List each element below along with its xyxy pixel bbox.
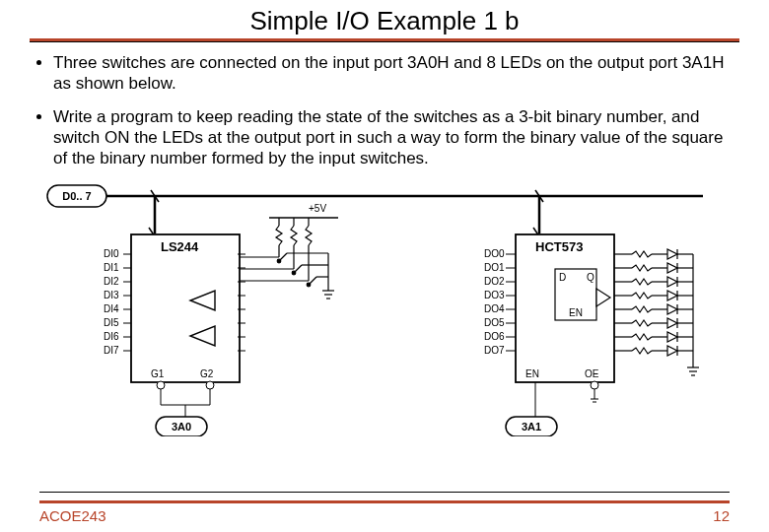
bullet-1: Three switches are connected on the inpu…	[53, 52, 734, 95]
svg-text:DI7: DI7	[104, 345, 119, 356]
svg-marker-95	[667, 249, 677, 259]
svg-marker-115	[667, 304, 677, 314]
svg-marker-100	[667, 263, 677, 273]
svg-marker-110	[667, 291, 677, 300]
svg-text:DI4: DI4	[104, 303, 119, 314]
en-pin: EN	[525, 368, 539, 379]
svg-point-58	[157, 381, 165, 389]
svg-text:DO2: DO2	[484, 276, 505, 287]
svg-point-59	[206, 381, 214, 389]
svg-text:DI6: DI6	[104, 331, 119, 342]
svg-text:DO3: DO3	[484, 290, 505, 300]
footer: ACOE243 12	[0, 484, 769, 524]
svg-text:DO7: DO7	[484, 345, 505, 356]
content-area: Three switches are connected on the inpu…	[0, 52, 769, 168]
svg-marker-120	[667, 318, 677, 328]
voltage-label: +5V	[309, 203, 326, 214]
svg-text:DO5: DO5	[484, 317, 505, 328]
svg-point-86	[591, 381, 598, 389]
svg-text:DO1: DO1	[484, 262, 505, 273]
en-pin-inner: EN	[569, 307, 583, 318]
svg-marker-125	[667, 332, 677, 342]
input-chip-label: LS244	[161, 239, 199, 254]
do-pins: DO0 DO1 DO2 DO3 DO4 DO5 DO6 DO7	[484, 248, 516, 356]
g2-label: G2	[200, 368, 214, 379]
bus-label: D0.. 7	[62, 190, 91, 202]
svg-text:DO6: DO6	[484, 331, 505, 342]
svg-text:DI0: DI0	[104, 248, 119, 259]
svg-text:DO4: DO4	[484, 303, 505, 314]
svg-text:DI5: DI5	[104, 317, 119, 328]
circuit-diagram: D0.. 7 +5V LS244 DI0 D	[35, 180, 739, 436]
bullet-2: Write a program to keep reading the stat…	[53, 106, 734, 169]
led-array	[614, 249, 699, 375]
svg-marker-130	[667, 346, 677, 356]
svg-line-21	[294, 265, 302, 273]
svg-marker-105	[667, 277, 677, 287]
di-pins: DI0 DI1 DI2 DI3 DI4 DI5 DI6 DI7	[104, 248, 131, 356]
svg-line-19	[279, 253, 287, 261]
q-pin: Q	[587, 272, 594, 283]
g1-label: G1	[151, 368, 165, 379]
input-port-label: 3A0	[172, 421, 191, 432]
page-title: Simple I/O Example 1 b	[0, 6, 769, 36]
footer-right: 12	[713, 507, 730, 524]
d-pin: D	[559, 272, 566, 283]
output-chip-label: HCT573	[535, 239, 583, 254]
output-port-label: 3A1	[522, 421, 541, 432]
svg-text:DO0: DO0	[484, 248, 505, 259]
footer-left: ACOE243	[39, 507, 106, 524]
oe-pin: OE	[585, 368, 599, 379]
title-rule-thin	[30, 41, 739, 42]
svg-text:DI2: DI2	[104, 276, 119, 287]
svg-text:DI1: DI1	[104, 262, 119, 273]
svg-line-23	[309, 277, 316, 285]
svg-rect-31	[131, 234, 240, 382]
svg-text:DI3: DI3	[104, 290, 119, 300]
